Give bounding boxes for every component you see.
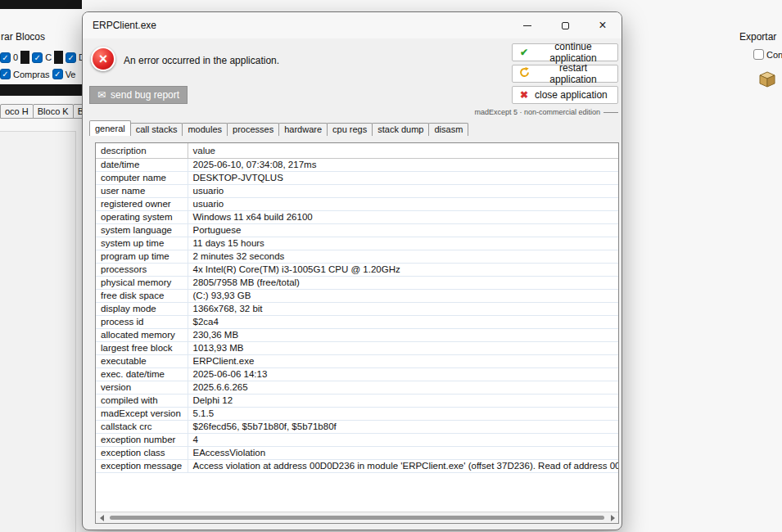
tab[interactable]: hardware xyxy=(278,123,328,136)
row-value: 4 xyxy=(188,433,618,446)
checkbox-label: C xyxy=(45,52,52,62)
row-description: process id xyxy=(96,315,188,328)
scroll-right-arrow-icon[interactable] xyxy=(607,512,618,524)
table-row[interactable]: exception class EAccessViolation xyxy=(96,446,618,459)
background-tab[interactable]: Bloco K xyxy=(33,104,74,119)
maximize-icon xyxy=(562,22,569,29)
horizontal-scrollbar[interactable] xyxy=(96,512,618,523)
close-application-button[interactable]: ✖ close application xyxy=(512,86,618,104)
tab[interactable]: call stacks xyxy=(130,123,183,136)
send-bug-report-button[interactable]: ✉ send bug report xyxy=(89,86,188,104)
error-header: × An error occurred in the application. … xyxy=(83,38,622,120)
background-panel xyxy=(0,131,76,532)
checkbox-checked-icon[interactable]: ✓ xyxy=(0,52,11,63)
table-row[interactable]: exec. date/time 2025-06-06 14:13 xyxy=(96,367,618,381)
row-description: physical memory xyxy=(96,276,188,289)
background-dark-bar-2 xyxy=(0,84,82,96)
tab-bar: generalcall stacksmodulesprocesseshardwa… xyxy=(89,120,622,136)
action-buttons: ✔ continue application restart applicati… xyxy=(512,43,618,104)
row-description: madExcept version xyxy=(96,407,188,420)
background-checkbox-row-1: ✓ 0 ✓ C ✓ D xyxy=(0,51,85,64)
checkbox-checked-icon[interactable]: ✓ xyxy=(66,52,76,63)
tab[interactable]: cpu regs xyxy=(327,123,373,136)
table-row[interactable]: display mode 1366x768, 32 bit xyxy=(96,302,618,315)
tab[interactable]: stack dump xyxy=(372,123,429,136)
titlebar[interactable]: ERPClient.exe × xyxy=(83,12,622,38)
row-value: Delphi 12 xyxy=(188,394,618,407)
error-icon: × xyxy=(91,47,115,71)
tab[interactable]: processes xyxy=(227,123,279,136)
table-row[interactable]: registered owner usuario xyxy=(96,197,618,210)
package-icon[interactable] xyxy=(758,70,776,92)
table-row[interactable]: date/time 2025-06-10, 07:34:08, 217ms xyxy=(96,158,618,171)
checkbox-label: Con xyxy=(766,50,782,60)
table-row[interactable]: system up time 11 days 15 hours xyxy=(96,237,618,250)
row-value: 230,36 MB xyxy=(188,328,618,341)
table-row[interactable]: exception message Access violation at ad… xyxy=(96,459,618,472)
checkbox-checked-icon[interactable]: ✓ xyxy=(0,69,11,79)
row-description: allocated memory xyxy=(96,328,188,341)
background-checkbox-row-2: ✓ Compras ✓ Ve xyxy=(0,69,75,79)
row-value: 2025-06-10, 07:34:08, 217ms xyxy=(188,158,618,171)
madexcept-edition-label: madExcept 5 · non-commercial edition xyxy=(474,108,618,116)
background-tab[interactable]: oco H xyxy=(0,104,34,119)
info-table-body: date/time 2025-06-10, 07:34:08, 217ms co… xyxy=(96,158,618,472)
background-tab-strip: oco H Bloco K Blo xyxy=(0,104,95,119)
row-value: Portuguese xyxy=(188,223,618,237)
table-row[interactable]: exception number 4 xyxy=(96,433,618,446)
row-description: system language xyxy=(96,223,188,237)
row-value: (C:) 93,93 GB xyxy=(188,289,618,302)
maximize-button[interactable] xyxy=(546,12,584,38)
row-value: usuario xyxy=(188,184,618,197)
column-header-value: value xyxy=(188,143,618,158)
tab[interactable]: general xyxy=(89,120,131,136)
row-value: 4x Intel(R) Core(TM) i3-1005G1 CPU @ 1.2… xyxy=(188,263,618,276)
checkbox-checked-icon[interactable]: ✓ xyxy=(52,69,63,79)
minimize-button[interactable] xyxy=(509,12,546,38)
table-row[interactable]: computer name DESKTOP-JVTQLUS xyxy=(96,171,618,184)
tab[interactable]: modules xyxy=(182,123,228,136)
table-row[interactable]: executable ERPClient.exe xyxy=(96,354,618,367)
row-description: exec. date/time xyxy=(96,367,188,381)
scroll-left-arrow-icon[interactable] xyxy=(96,512,107,524)
scrollbar-thumb[interactable] xyxy=(110,516,604,520)
restart-application-button[interactable]: restart application xyxy=(512,65,618,83)
checkbox-label: 0 xyxy=(13,52,18,62)
continue-label: continue application xyxy=(535,41,612,64)
background-dark-block xyxy=(20,51,29,64)
tab[interactable]: disasm xyxy=(428,123,468,136)
row-value: 2805/7958 MB (free/total) xyxy=(188,276,618,289)
row-value: $2ca4 xyxy=(188,315,618,328)
checkbox-checked-icon[interactable]: ✓ xyxy=(32,52,43,63)
row-value: 1366x768, 32 bit xyxy=(188,302,618,315)
background-dark-block xyxy=(54,51,63,64)
table-row[interactable]: user name usuario xyxy=(96,184,618,197)
continue-check-icon: ✔ xyxy=(518,47,530,58)
table-row[interactable]: compiled with Delphi 12 xyxy=(96,394,618,407)
restart-label: restart application xyxy=(535,62,612,85)
error-dialog: ERPClient.exe × × An error occurred in t… xyxy=(82,11,622,530)
table-row[interactable]: version 2025.6.6.265 xyxy=(96,381,618,394)
table-row[interactable]: physical memory 2805/7958 MB (free/total… xyxy=(96,276,618,289)
table-row[interactable]: operating system Windows 11 x64 build 26… xyxy=(96,210,618,223)
row-value: DESKTOP-JVTQLUS xyxy=(188,171,618,184)
table-row[interactable]: allocated memory 230,36 MB xyxy=(96,328,618,341)
table-row[interactable]: madExcept version 5.1.5 xyxy=(96,407,618,420)
table-row[interactable]: largest free block 1013,93 MB xyxy=(96,341,618,354)
close-button[interactable]: × xyxy=(584,12,622,38)
checkbox-unchecked[interactable] xyxy=(753,49,764,60)
table-row[interactable]: process id $2ca4 xyxy=(96,315,618,328)
table-row[interactable]: callstack crc $26fecd56, $5b71b80f, $5b7… xyxy=(96,420,618,433)
row-description: computer name xyxy=(96,171,188,184)
table-row[interactable]: program up time 2 minutes 32 seconds xyxy=(96,250,618,263)
continue-application-button[interactable]: ✔ continue application xyxy=(512,43,618,61)
table-row[interactable]: system language Portuguese xyxy=(96,223,618,237)
row-description: version xyxy=(96,381,188,394)
table-row[interactable]: processors 4x Intel(R) Core(TM) i3-1005G… xyxy=(96,263,618,276)
tab-page-general: description value date/time 2025-06-10, … xyxy=(83,136,622,524)
mail-icon: ✉ xyxy=(97,89,106,101)
row-description: program up time xyxy=(96,250,188,263)
row-description: largest free block xyxy=(96,341,188,354)
window-controls: × xyxy=(509,12,622,38)
table-row[interactable]: free disk space (C:) 93,93 GB xyxy=(96,289,618,302)
